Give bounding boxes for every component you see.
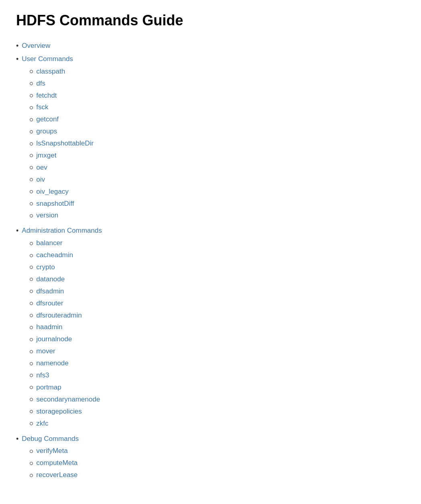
sub-bullet-icon [30, 314, 33, 317]
toc-sub-item: zkfc [22, 418, 102, 430]
toc-sub-item: crypto [22, 262, 102, 273]
toc-sub-item: nfs3 [22, 370, 102, 381]
bullet-icon: • [16, 225, 18, 237]
toc-sub-item: verifyMeta [22, 445, 79, 457]
toc-top-link[interactable]: Overview [22, 40, 50, 52]
toc-sub-item: dfsrouter [22, 298, 102, 309]
toc-sub-item: balancer [22, 238, 102, 249]
sub-bullet-icon [30, 302, 33, 305]
toc-sub-link[interactable]: cacheadmin [36, 250, 73, 261]
toc-sub-link[interactable]: snapshotDiff [36, 198, 74, 210]
toc-sub-link[interactable]: journalnode [36, 334, 72, 345]
toc-sub-item: journalnode [22, 334, 102, 345]
sub-bullet-icon [30, 398, 33, 401]
sub-bullet-icon [30, 154, 33, 157]
toc-sub-item: namenode [22, 358, 102, 369]
toc-sub-link[interactable]: oiv [36, 174, 45, 186]
toc-sub-link[interactable]: classpath [36, 66, 65, 78]
sub-bullet-icon [30, 94, 33, 97]
toc-sub-link[interactable]: haadmin [36, 322, 62, 333]
sub-bullet-icon [30, 326, 33, 329]
toc-sub-list: verifyMetacomputeMetarecoverLease [22, 445, 79, 481]
toc-sub-item: oiv [22, 174, 94, 186]
sub-bullet-icon [30, 142, 33, 145]
sub-bullet-icon [30, 474, 33, 477]
sub-bullet-icon [30, 386, 33, 389]
toc-sub-item: recoverLease [22, 469, 79, 481]
toc-sub-item: version [22, 210, 94, 221]
toc-sub-link[interactable]: balancer [36, 238, 62, 249]
toc-sub-item: mover [22, 346, 102, 357]
sub-bullet-icon [30, 118, 33, 121]
bullet-icon: • [16, 53, 18, 65]
toc-sub-item: storagepolicies [22, 406, 102, 418]
toc-sub-link[interactable]: computeMeta [36, 457, 78, 469]
toc-sub-item: jmxget [22, 150, 94, 162]
toc-sub-item: oev [22, 162, 94, 174]
toc-sub-item: dfsadmin [22, 286, 102, 297]
sub-bullet-icon [30, 166, 33, 169]
sub-bullet-icon [30, 106, 33, 109]
toc-sub-link[interactable]: dfsrouter [36, 298, 63, 309]
toc-top-item: •Debug CommandsverifyMetacomputeMetareco… [16, 433, 405, 484]
toc-sub-link[interactable]: crypto [36, 262, 55, 273]
toc-sub-link[interactable]: portmap [36, 382, 61, 393]
toc-sub-item: fsck [22, 102, 94, 113]
sub-bullet-icon [30, 350, 33, 353]
sub-bullet-icon [30, 242, 33, 245]
toc-sub-link[interactable]: recoverLease [36, 469, 78, 481]
toc-sub-link[interactable]: datanode [36, 274, 65, 285]
toc-sub-link[interactable]: storagepolicies [36, 406, 82, 418]
bullet-icon: • [16, 40, 18, 52]
toc-top-link[interactable]: Administration Commands [22, 225, 102, 237]
bullet-icon: • [16, 433, 18, 445]
toc-sub-item: dfsrouteradmin [22, 310, 102, 322]
toc-top-link[interactable]: Debug Commands [22, 433, 79, 445]
sub-bullet-icon [30, 462, 33, 465]
toc-sub-item: oiv_legacy [22, 186, 94, 198]
page-title: HDFS Commands Guide [16, 12, 405, 29]
toc-sub-link[interactable]: mover [36, 346, 55, 357]
toc-sub-link[interactable]: version [36, 210, 58, 221]
toc-sub-link[interactable]: secondarynamenode [36, 394, 100, 406]
toc-sub-link[interactable]: dfs [36, 78, 45, 90]
sub-bullet-icon [30, 374, 33, 377]
toc-sub-link[interactable]: getconf [36, 114, 59, 125]
toc-sub-link[interactable]: namenode [36, 358, 68, 369]
toc-top-item: •Overview [16, 40, 405, 52]
toc-sub-link[interactable]: dfsadmin [36, 286, 64, 297]
sub-bullet-icon [30, 338, 33, 341]
toc-sub-link[interactable]: lsSnapshottableDir [36, 138, 94, 150]
toc-sub-item: portmap [22, 382, 102, 393]
toc-sub-list: balancercacheadmincryptodatanodedfsadmin… [22, 238, 102, 430]
toc-sub-item: groups [22, 126, 94, 137]
toc-sub-item: cacheadmin [22, 250, 102, 261]
sub-bullet-icon [30, 266, 33, 269]
toc-sub-link[interactable]: fetchdt [36, 90, 57, 102]
toc-sub-link[interactable]: dfsrouteradmin [36, 310, 82, 322]
toc-sub-link[interactable]: zkfc [36, 418, 48, 430]
sub-bullet-icon [30, 130, 33, 133]
sub-bullet-icon [30, 410, 33, 413]
toc-sub-item: haadmin [22, 322, 102, 333]
toc-sub-link[interactable]: oev [36, 162, 47, 174]
toc-sub-item: secondarynamenode [22, 394, 102, 406]
toc-sub-item: dfs [22, 78, 94, 90]
toc-list: •Overview•User Commandsclasspathdfsfetch… [16, 40, 405, 483]
toc-sub-link[interactable]: groups [36, 126, 57, 137]
toc-sub-item: lsSnapshottableDir [22, 138, 94, 150]
toc-top-link[interactable]: User Commands [22, 53, 94, 65]
toc-sub-link[interactable]: oiv_legacy [36, 186, 68, 198]
toc-sub-link[interactable]: verifyMeta [36, 445, 67, 457]
sub-bullet-icon [30, 190, 33, 193]
toc-sub-link[interactable]: nfs3 [36, 370, 49, 381]
sub-bullet-icon [30, 278, 33, 281]
sub-bullet-icon [30, 178, 33, 181]
toc-top-item: •Administration Commandsbalancercacheadm… [16, 225, 405, 431]
toc-sub-link[interactable]: jmxget [36, 150, 56, 162]
toc-sub-item: snapshotDiff [22, 198, 94, 210]
toc-sub-item: datanode [22, 274, 102, 285]
sub-bullet-icon [30, 214, 33, 217]
sub-bullet-icon [30, 362, 33, 365]
toc-sub-link[interactable]: fsck [36, 102, 48, 113]
